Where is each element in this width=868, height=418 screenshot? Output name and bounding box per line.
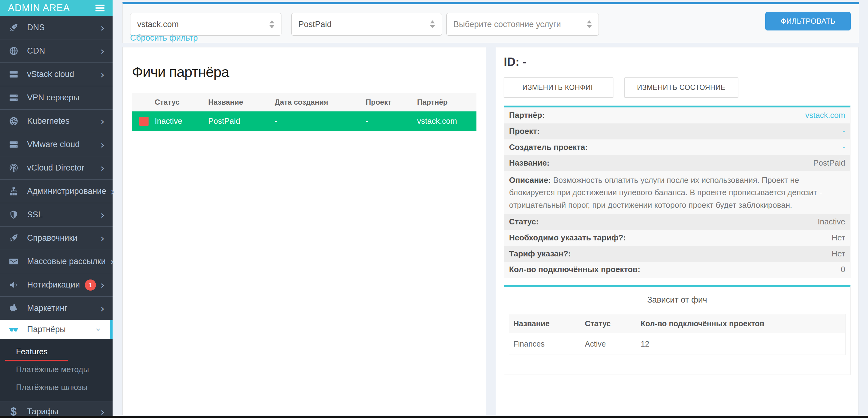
sidebar-subitem[interactable]: Платёжные методы	[0, 362, 113, 380]
sidebar-item[interactable]: Нотификации 1 ›	[0, 273, 113, 297]
status-square-icon	[140, 117, 149, 126]
partner-select-value: vstack.com	[137, 20, 266, 29]
details-panel: ID: - ИЗМЕНИТЬ КОНФИГ ИЗМЕНИТЬ СОСТОЯНИЕ…	[496, 47, 859, 415]
sidebar-item[interactable]: VMware cloud ›	[0, 133, 113, 156]
table-row: FinancesActive12	[509, 333, 845, 355]
depends-table: НазваниеСтатусКол-во подключённых проект…	[509, 314, 845, 355]
detail-row: Кол-во подключённых проектов: 0	[504, 262, 850, 278]
sidebar-item-label: Тарифы	[27, 407, 96, 416]
detail-label: Создатель проекта:	[509, 142, 588, 153]
podcast-icon	[8, 163, 19, 173]
chevron-down-icon: ›	[94, 328, 103, 331]
detail-value: Нет	[832, 233, 845, 243]
sidebar-item-label: VMware cloud	[27, 140, 96, 149]
chevron-right-icon: ›	[110, 257, 115, 267]
detail-row: Необходимо указать тариф?: Нет	[504, 230, 850, 246]
filter-button[interactable]: ФИЛЬТРОВАТЬ	[765, 12, 851, 30]
sidebar-item[interactable]: VPN серверы	[0, 86, 113, 110]
server-icon	[8, 69, 19, 79]
chevron-right-icon: ›	[100, 46, 104, 56]
column-header: Название	[205, 93, 271, 112]
sidebar-item-label: Массовые рассылки	[27, 257, 106, 266]
sidebar-item[interactable]: Справочники ›	[0, 227, 113, 250]
partner-select[interactable]: vstack.com	[130, 13, 281, 36]
chevron-right-icon: ›	[100, 280, 104, 290]
chevron-right-icon: ›	[100, 407, 104, 417]
change-config-button[interactable]: ИЗМЕНИТЬ КОНФИГ	[504, 77, 613, 97]
sidebar-item-label: Маркетинг	[27, 303, 96, 313]
sidebar-item-label: Kubernetes	[27, 116, 96, 126]
detail-value: Inactive	[817, 217, 845, 227]
detail-label: Необходимо указать тариф?:	[509, 233, 626, 243]
column-header: Кол-во подключённых проектов	[637, 314, 845, 333]
detail-row: Описание: Возможность оплатить услуги по…	[504, 171, 850, 214]
select-arrows-icon	[270, 20, 274, 28]
details-table: Партнёр: vstack.com Проект: - Создатель …	[504, 106, 850, 278]
cell: 12	[637, 333, 845, 355]
details-actions: ИЗМЕНИТЬ КОНФИГ ИЗМЕНИТЬ СОСТОЯНИЕ	[504, 77, 850, 97]
table-row[interactable]: Inactive PostPaid - - vstack.com	[132, 112, 476, 131]
change-state-button[interactable]: ИЗМЕНИТЬ СОСТОЯНИЕ	[624, 77, 738, 97]
detail-value[interactable]: vstack.com	[805, 110, 845, 121]
cell-project: -	[362, 112, 413, 131]
detail-row: Статус: Inactive	[504, 214, 850, 230]
cell-created: -	[271, 112, 362, 131]
sidebar-item[interactable]: SSL ›	[0, 203, 113, 227]
features-panel: Фичи партнёра СтатусНазваниеДата создани…	[122, 47, 486, 415]
sidebar-item-label: vStack cloud	[27, 69, 96, 79]
status-icon-column	[132, 93, 151, 112]
feature-select[interactable]: PostPaid	[291, 13, 442, 36]
detail-row: Проект: -	[504, 123, 850, 140]
cell-status: Inactive	[151, 112, 205, 131]
sidebar-item-tariffs[interactable]: $ Тарифы ›	[0, 401, 113, 418]
features-table: СтатусНазваниеДата созданияПроектПартнёр…	[132, 93, 476, 131]
depends-title: Зависит от фич	[504, 287, 850, 314]
state-select-placeholder: Выберите состояние услуги	[454, 20, 583, 29]
window-bottom-edge	[0, 416, 868, 418]
detail-value: 0	[841, 264, 845, 275]
cell: Active	[581, 333, 637, 355]
sidebar-header: ADMIN AREA	[0, 0, 113, 16]
sidebar: ADMIN AREA DNS › CDN › vStack cloud › VP…	[0, 0, 113, 418]
cell-name: PostPaid	[205, 112, 271, 131]
sidebar-item-partners[interactable]: Партнёры ›	[0, 320, 113, 339]
sidebar-submenu: FeaturesПлатёжные методыПлатёжные шлюзы	[0, 339, 113, 401]
sidebar-subitem[interactable]: Features	[0, 344, 113, 362]
sidebar-item-label: Нотификации	[27, 280, 85, 290]
detail-row: Создатель проекта: -	[504, 140, 850, 155]
detail-value[interactable]: -	[842, 142, 845, 153]
sidebar-item[interactable]: Kubernetes ›	[0, 110, 113, 133]
sidebar-item[interactable]: vStack cloud ›	[0, 63, 113, 86]
column-header: Статус	[151, 93, 205, 112]
column-header: Дата создания	[271, 93, 362, 112]
sidebar-item[interactable]: CDN ›	[0, 39, 113, 63]
sidebar-item-label: Партнёры	[27, 325, 92, 334]
sidebar-subitem[interactable]: Платёжные шлюзы	[0, 380, 113, 397]
menu-toggle-icon[interactable]	[95, 5, 104, 11]
detail-row: Название: PostPaid	[504, 155, 850, 171]
chevron-right-icon: ›	[100, 233, 104, 243]
sidebar-item[interactable]: Массовые рассылки ›	[0, 250, 113, 273]
sidebar-item-label: SSL	[27, 210, 96, 219]
chevron-right-icon: ›	[100, 140, 104, 150]
sidebar-item[interactable]: DNS ›	[0, 16, 113, 39]
sidebar-item[interactable]: Маркетинг ›	[0, 297, 113, 320]
glasses-icon	[8, 325, 19, 334]
cell: Finances	[509, 333, 581, 355]
sidebar-item[interactable]: vCloud Director ›	[0, 156, 113, 180]
sidebar-item-label: VPN серверы	[27, 93, 104, 102]
piggy-bank-icon	[8, 303, 19, 313]
column-header: Название	[509, 314, 581, 333]
detail-value[interactable]: -	[842, 126, 845, 137]
detail-row: Тариф указан?: Нет	[504, 246, 850, 262]
notification-badge: 1	[85, 279, 96, 291]
sidebar-item[interactable]: Администрирование ›	[0, 180, 113, 203]
chevron-right-icon: ›	[100, 210, 104, 220]
reset-filter-link[interactable]: Сбросить фильтр	[130, 33, 198, 43]
server-icon	[8, 140, 19, 149]
depends-card: Зависит от фич НазваниеСтатусКол-во подк…	[504, 285, 850, 375]
detail-value: Нет	[832, 249, 845, 259]
chevron-right-icon: ›	[100, 303, 104, 314]
detail-label: Кол-во подключённых проектов:	[509, 264, 641, 275]
state-select[interactable]: Выберите состояние услуги	[446, 13, 599, 36]
